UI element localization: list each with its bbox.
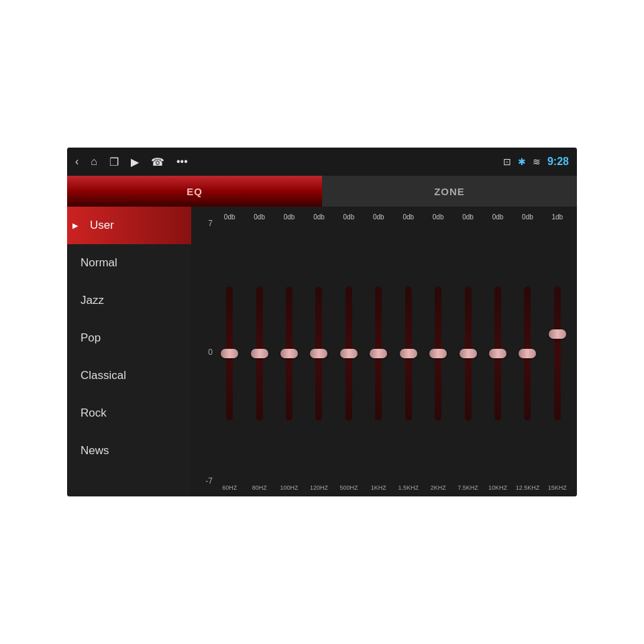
slider-handle-60HZ[interactable] — [221, 349, 238, 358]
scale-bottom: -7 — [205, 476, 213, 486]
freq-label-1.5KHZ: 1.5KHZ — [398, 484, 419, 491]
db-label-60HZ: 0db — [224, 213, 235, 223]
bluetooth-icon: ✱ — [518, 156, 526, 167]
slider-handle-7.5KHZ[interactable] — [460, 349, 477, 358]
freq-label-120HZ: 120HZ — [310, 484, 328, 491]
eq-band-60HZ: 0db60HZ — [215, 213, 244, 491]
slider-handle-80HZ[interactable] — [251, 349, 268, 358]
slider-track-container-10KHZ[interactable] — [484, 225, 512, 482]
db-label-10KHZ: 0db — [492, 213, 504, 223]
slider-track-container-100HZ[interactable] — [275, 225, 303, 482]
status-right: ⊡ ✱ ≋ 9:28 — [503, 156, 569, 168]
slider-handle-15KHZ[interactable] — [549, 329, 566, 339]
eq-band-15KHZ: 1db15KHZ — [543, 213, 572, 491]
slider-track-container-120HZ[interactable] — [305, 225, 333, 482]
eq-band-120HZ: 0db120HZ — [305, 213, 333, 491]
slider-track-container-15KHZ[interactable] — [543, 225, 572, 482]
slider-handle-120HZ[interactable] — [310, 349, 327, 358]
camera-icon[interactable]: ▶ — [131, 156, 139, 168]
status-bar: ‹ ⌂ ❐ ▶ ☎ ••• ⊡ ✱ ≋ 9:28 — [67, 148, 577, 176]
screen: ‹ ⌂ ❐ ▶ ☎ ••• ⊡ ✱ ≋ 9:28 EQ ZONE — [67, 148, 577, 496]
eq-band-7.5KHZ: 0db7.5KHZ — [453, 213, 482, 491]
db-label-500HZ: 0db — [343, 213, 355, 223]
scale-top: 7 — [208, 219, 213, 228]
db-label-1KHZ: 0db — [373, 213, 384, 223]
home-icon[interactable]: ⌂ — [91, 156, 97, 168]
scale-middle: 0 — [208, 347, 213, 357]
eq-band-12.5KHZ: 0db12.5KHZ — [513, 213, 541, 491]
main-content: User Normal Jazz Pop Classical Rock — [67, 207, 577, 496]
sidebar-item-news[interactable]: News — [67, 432, 191, 470]
slider-track-container-500HZ[interactable] — [335, 225, 363, 482]
slider-handle-100HZ[interactable] — [280, 349, 298, 358]
freq-label-10KHZ: 10KHZ — [488, 484, 507, 491]
tab-zone[interactable]: ZONE — [322, 176, 577, 207]
sidebar-item-pop[interactable]: Pop — [67, 319, 191, 357]
eq-sliders: 0db60HZ0db80HZ0db100HZ0db120HZ0db500HZ0d… — [215, 213, 572, 491]
phone-icon[interactable]: ☎ — [151, 156, 164, 168]
db-label-2KHZ: 0db — [433, 213, 444, 223]
freq-label-7.5KHZ: 7.5KHZ — [458, 484, 478, 491]
eq-band-80HZ: 0db80HZ — [245, 213, 273, 491]
cast-icon: ⊡ — [503, 156, 511, 167]
eq-area: 7 0 -7 0db60HZ0db80HZ0db100HZ0db120HZ0db… — [191, 207, 577, 496]
slider-track-container-1.5KHZ[interactable] — [394, 225, 423, 482]
nav-icons: ‹ ⌂ ❐ ▶ ☎ ••• — [75, 156, 503, 168]
slider-handle-500HZ[interactable] — [340, 349, 358, 358]
sidebar-item-normal[interactable]: Normal — [67, 244, 191, 282]
freq-label-15KHZ: 15KHZ — [548, 484, 567, 491]
slider-track-container-1KHZ[interactable] — [364, 225, 392, 482]
sidebar-item-rock[interactable]: Rock — [67, 394, 191, 432]
freq-label-60HZ: 60HZ — [222, 484, 237, 491]
slider-handle-1.5KHZ[interactable] — [400, 349, 417, 358]
db-label-15KHZ: 1db — [552, 213, 564, 223]
wifi-icon: ≋ — [533, 156, 541, 167]
slider-track-container-60HZ[interactable] — [215, 225, 244, 482]
eq-band-500HZ: 0db500HZ — [335, 213, 363, 491]
eq-scale: 7 0 -7 — [197, 213, 215, 491]
recents-icon[interactable]: ❐ — [109, 156, 119, 168]
freq-label-80HZ: 80HZ — [252, 484, 267, 491]
eq-band-10KHZ: 0db10KHZ — [484, 213, 512, 491]
slider-track-container-80HZ[interactable] — [245, 225, 273, 482]
slider-track-container-7.5KHZ[interactable] — [453, 225, 482, 482]
db-label-12.5KHZ: 0db — [522, 213, 533, 223]
freq-label-12.5KHZ: 12.5KHZ — [516, 484, 540, 491]
sidebar-item-classical[interactable]: Classical — [67, 357, 191, 394]
more-icon[interactable]: ••• — [176, 156, 188, 168]
eq-band-2KHZ: 0db2KHZ — [424, 213, 452, 491]
slider-handle-10KHZ[interactable] — [489, 349, 506, 358]
db-label-1.5KHZ: 0db — [402, 213, 414, 223]
slider-track-container-2KHZ[interactable] — [424, 225, 452, 482]
eq-body: 7 0 -7 0db60HZ0db80HZ0db100HZ0db120HZ0db… — [197, 213, 572, 491]
eq-band-1.5KHZ: 0db1.5KHZ — [394, 213, 423, 491]
tab-eq[interactable]: EQ — [67, 176, 322, 207]
sidebar-item-user[interactable]: User — [67, 207, 191, 244]
slider-handle-12.5KHZ[interactable] — [519, 349, 536, 358]
back-icon[interactable]: ‹ — [75, 156, 78, 168]
freq-label-2KHZ: 2KHZ — [431, 484, 446, 491]
slider-track-container-12.5KHZ[interactable] — [513, 225, 541, 482]
eq-band-100HZ: 0db100HZ — [275, 213, 303, 491]
db-label-100HZ: 0db — [284, 213, 295, 223]
db-label-120HZ: 0db — [313, 213, 325, 223]
sidebar-item-jazz[interactable]: Jazz — [67, 282, 191, 319]
freq-label-1KHZ: 1KHZ — [371, 484, 386, 491]
slider-handle-1KHZ[interactable] — [370, 349, 387, 358]
tab-bar: EQ ZONE — [67, 176, 577, 207]
eq-band-1KHZ: 0db1KHZ — [364, 213, 392, 491]
device-frame: ‹ ⌂ ❐ ▶ ☎ ••• ⊡ ✱ ≋ 9:28 EQ ZONE — [0, 0, 644, 644]
freq-label-500HZ: 500HZ — [339, 484, 358, 491]
sidebar: User Normal Jazz Pop Classical Rock — [67, 207, 191, 496]
freq-label-100HZ: 100HZ — [280, 484, 299, 491]
clock: 9:28 — [547, 156, 569, 168]
slider-handle-2KHZ[interactable] — [429, 349, 447, 358]
db-label-7.5KHZ: 0db — [462, 213, 474, 223]
db-label-80HZ: 0db — [254, 213, 265, 223]
